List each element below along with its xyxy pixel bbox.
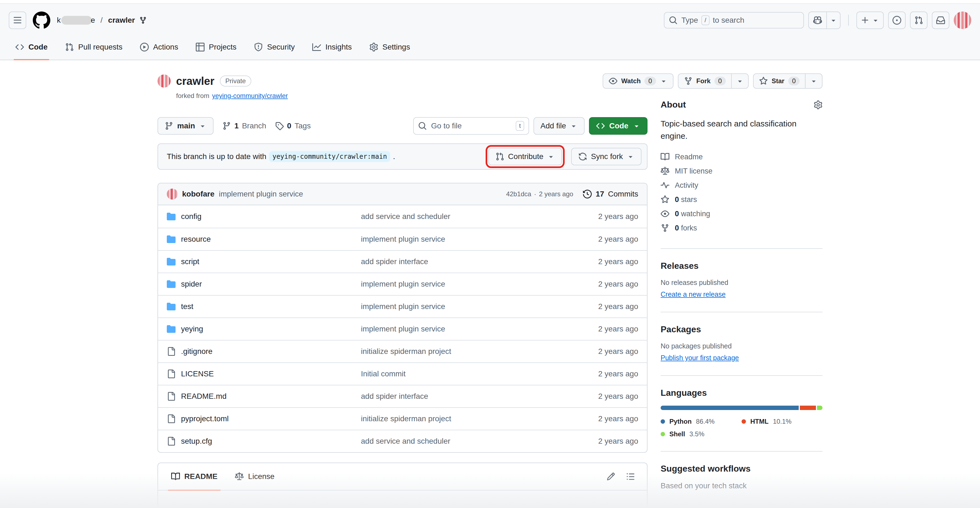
breadcrumb-repo-link[interactable]: crawler	[108, 16, 135, 25]
table-row[interactable]: spider implement plugin service 2 years …	[158, 273, 647, 295]
row-commit-message-link[interactable]: implement plugin service	[361, 280, 567, 289]
row-commit-message-link[interactable]: initialize spiderman project	[361, 347, 567, 356]
publish-package-link[interactable]: Publish your first package	[660, 354, 739, 361]
tab-code[interactable]: Code	[9, 35, 54, 60]
pull-requests-button[interactable]	[910, 11, 928, 29]
language-shell[interactable]: Shell 3.5%	[660, 430, 741, 438]
inbox-button[interactable]	[932, 11, 950, 29]
branches-link[interactable]: 1 Branch	[222, 121, 266, 130]
about-item-text: 0 stars	[675, 195, 697, 204]
language-bar-segment[interactable]	[660, 406, 799, 410]
table-row[interactable]: config add service and scheduler 2 years…	[158, 205, 647, 228]
file-link[interactable]: yeying	[181, 324, 203, 333]
about-activity-link[interactable]: Activity	[660, 178, 822, 192]
file-link[interactable]: .gitignore	[181, 347, 212, 356]
about-stars-link[interactable]: 0 stars	[660, 192, 822, 207]
releases-section: Releases No releases published Create a …	[660, 248, 822, 312]
row-commit-message-link[interactable]: implement plugin service	[361, 235, 567, 244]
language-python[interactable]: Python 86.4%	[660, 418, 741, 425]
breadcrumb-separator: /	[100, 16, 104, 25]
fork-button[interactable]: Fork 0	[678, 74, 731, 88]
file-link[interactable]: test	[181, 302, 193, 311]
commit-hash-time[interactable]: 42b1dca · 2 years ago	[506, 190, 573, 198]
add-file-button[interactable]: Add file	[533, 117, 585, 135]
branch-selector[interactable]: main	[158, 117, 213, 135]
create-new-button[interactable]	[856, 11, 884, 29]
issues-button[interactable]	[888, 11, 905, 29]
copilot-button[interactable]	[808, 11, 840, 29]
contribute-button[interactable]: Contribute	[488, 148, 562, 165]
commit-author-avatar[interactable]	[167, 189, 178, 200]
star-icon	[660, 195, 670, 204]
commit-message-link[interactable]: implement plugin service	[219, 190, 303, 198]
search-input[interactable]: Type / to search	[664, 12, 804, 29]
tab-pull-requests[interactable]: Pull requests	[59, 35, 129, 60]
upstream-ref[interactable]: yeying-community/crawler:main	[269, 151, 390, 162]
file-link[interactable]: script	[181, 257, 199, 266]
star-button[interactable]: Star 0	[754, 74, 805, 88]
file-link[interactable]: LICENSE	[181, 369, 214, 378]
about-watching-link[interactable]: 0 watching	[660, 207, 822, 221]
file-link[interactable]: README.md	[181, 392, 226, 401]
forked-from-link[interactable]: yeying-community/crawler	[212, 92, 288, 100]
packages-title: Packages	[660, 324, 701, 334]
create-release-link[interactable]: Create a new release	[660, 291, 726, 298]
hamburger-menu-button[interactable]	[9, 11, 26, 29]
repo-owner-avatar[interactable]	[158, 75, 170, 88]
about-license-link[interactable]: MIT license	[660, 164, 822, 178]
language-bar-segment[interactable]	[817, 406, 822, 410]
row-commit-message-link[interactable]: implement plugin service	[361, 324, 567, 333]
code-button[interactable]: Code	[589, 117, 648, 135]
tab-readme[interactable]: README	[162, 463, 226, 490]
language-html[interactable]: HTML 10.1%	[741, 418, 822, 425]
file-link[interactable]: resource	[181, 235, 211, 244]
row-commit-message-link[interactable]: add service and scheduler	[361, 437, 567, 446]
file-link[interactable]: spider	[181, 280, 202, 289]
table-row[interactable]: test implement plugin service 2 years ag…	[158, 295, 647, 318]
github-logo[interactable]	[33, 11, 50, 29]
file-link[interactable]: pyproject.toml	[181, 414, 229, 423]
star-dropdown[interactable]	[805, 74, 822, 88]
tab-settings[interactable]: Settings	[363, 35, 417, 60]
commit-history-link[interactable]: 17 Commits	[583, 190, 638, 198]
about-settings-gear-icon[interactable]	[814, 101, 822, 109]
about-forks-link[interactable]: 0 forks	[660, 221, 822, 235]
table-row[interactable]: yeying implement plugin service 2 years …	[158, 318, 647, 340]
row-commit-message-link[interactable]: add spider interface	[361, 257, 567, 266]
table-row[interactable]: pyproject.toml initialize spiderman proj…	[158, 407, 647, 430]
sync-fork-button[interactable]: Sync fork	[571, 148, 641, 165]
row-commit-message-link[interactable]: Initial commit	[361, 369, 567, 378]
table-row[interactable]: .gitignore initialize spiderman project …	[158, 340, 647, 363]
commit-author-link[interactable]: kobofare	[182, 190, 215, 198]
tab-license[interactable]: License	[226, 463, 283, 490]
table-row[interactable]: resource implement plugin service 2 year…	[158, 228, 647, 250]
row-commit-message-link[interactable]: initialize spiderman project	[361, 414, 567, 423]
table-row[interactable]: script add spider interface 2 years ago	[158, 250, 647, 273]
edit-pencil-icon[interactable]	[606, 472, 615, 481]
tab-actions[interactable]: Actions	[134, 35, 185, 60]
table-row[interactable]: README.md add spider interface 2 years a…	[158, 385, 647, 407]
breadcrumb-owner-link[interactable]: ke	[57, 16, 95, 25]
tags-link[interactable]: 0 Tags	[275, 121, 311, 130]
outline-list-icon[interactable]	[626, 472, 635, 481]
table-row[interactable]: setup.cfg add service and scheduler 2 ye…	[158, 430, 647, 452]
fork-dropdown[interactable]	[731, 74, 748, 88]
tab-label: Pull requests	[78, 43, 123, 51]
tab-security[interactable]: Security	[247, 35, 301, 60]
tab-projects[interactable]: Projects	[189, 35, 243, 60]
row-commit-message-link[interactable]: add spider interface	[361, 392, 567, 401]
go-to-file-input[interactable]: Go to file t	[413, 117, 529, 135]
row-commit-message-link[interactable]: implement plugin service	[361, 302, 567, 311]
watch-button[interactable]: Watch 0	[603, 73, 673, 89]
tab-insights[interactable]: Insights	[306, 35, 358, 60]
file-link[interactable]: config	[181, 212, 202, 221]
file-icon	[167, 392, 175, 401]
copilot-dropdown[interactable]	[826, 12, 840, 29]
user-avatar[interactable]	[954, 11, 971, 29]
about-readme-link[interactable]: Readme	[660, 150, 822, 164]
language-bar-segment[interactable]	[800, 406, 816, 410]
file-link[interactable]: setup.cfg	[181, 437, 212, 446]
row-commit-message-link[interactable]: add service and scheduler	[361, 212, 567, 221]
repo-title-link[interactable]: crawler	[176, 75, 215, 87]
table-row[interactable]: LICENSE Initial commit 2 years ago	[158, 363, 647, 385]
